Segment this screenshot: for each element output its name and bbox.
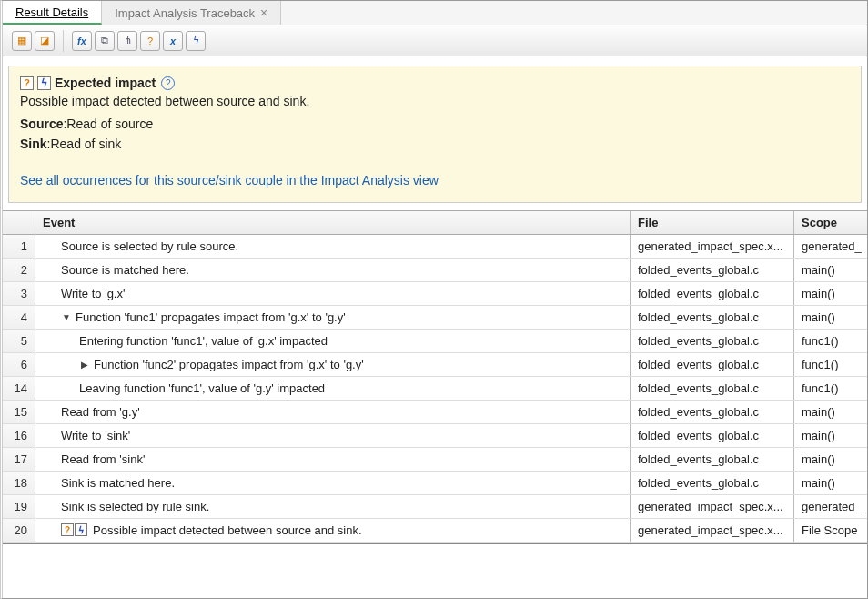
see-all-occurrences-link[interactable]: See all occurrences for this source/sink… — [20, 173, 439, 188]
row-scope: main() — [794, 282, 867, 305]
toolbar-separator — [63, 30, 64, 52]
row-number: 18 — [3, 472, 35, 494]
row-number: 4 — [3, 306, 35, 329]
table-row[interactable]: 15Read from 'g.y'folded_events_global.cm… — [3, 401, 867, 424]
row-file: folded_events_global.c — [631, 401, 794, 423]
table-row[interactable]: 6▶Function 'func2' propagates impact fro… — [3, 353, 867, 377]
help-icon[interactable]: ? — [161, 76, 175, 90]
toolbar-button-var[interactable]: x — [163, 31, 183, 51]
event-text: Leaving function 'func1', value of 'g.y'… — [79, 381, 325, 395]
impact-summary-box: ? ϟ Expected impact ? Possible impact de… — [8, 66, 862, 203]
row-event: Source is matched here. — [35, 259, 631, 281]
event-text: Sink is matched here. — [61, 476, 175, 490]
row-event: ?ϟPossible impact detected between sourc… — [35, 519, 631, 542]
impact-icons: ?ϟ — [61, 523, 87, 536]
row-number: 6 — [3, 353, 35, 376]
impact-panel-wrap: ? ϟ Expected impact ? Possible impact de… — [3, 56, 867, 210]
table-row[interactable]: 19Sink is selected by rule sink.generate… — [3, 495, 867, 519]
row-event: Sink is selected by rule sink. — [35, 495, 631, 518]
tab-result-details[interactable]: Result Details — [3, 1, 102, 25]
table-row[interactable]: 14Leaving function 'func1', value of 'g.… — [3, 377, 867, 401]
close-icon[interactable]: × — [260, 5, 267, 20]
toolbar-button-help[interactable]: ? — [140, 31, 160, 51]
bolt-icon: ϟ — [37, 76, 51, 90]
event-grid: Event File Scope 1Source is selected by … — [3, 210, 867, 544]
chevron-right-icon[interactable]: ▶ — [79, 360, 90, 370]
source-row: Source:Read of source — [20, 114, 850, 134]
row-file: folded_events_global.c — [631, 472, 794, 494]
row-event: Read from 'g.y' — [35, 401, 631, 423]
event-text: Sink is selected by rule sink. — [61, 500, 209, 513]
event-text: Source is matched here. — [61, 263, 189, 277]
row-file: folded_events_global.c — [631, 377, 794, 400]
row-event: Entering function 'func1', value of 'g.x… — [35, 330, 631, 352]
header-event[interactable]: Event — [35, 211, 631, 234]
row-file: folded_events_global.c — [631, 259, 794, 281]
table-row[interactable]: 16Write to 'sink'folded_events_global.cm… — [3, 424, 867, 448]
table-row[interactable]: 3Write to 'g.x'folded_events_global.cmai… — [3, 282, 867, 306]
header-file[interactable]: File — [631, 211, 794, 234]
row-scope: main() — [794, 424, 867, 447]
sink-label: Sink — [20, 137, 47, 151]
toolbar-button-bolt[interactable]: ϟ — [186, 31, 206, 51]
row-number: 2 — [3, 259, 35, 281]
question-icon: ? — [61, 523, 74, 536]
table-row[interactable]: 17Read from 'sink'folded_events_global.c… — [3, 448, 867, 472]
row-scope: main() — [794, 259, 867, 281]
grid-body: 1Source is selected by rule source.gener… — [3, 235, 867, 543]
row-file: folded_events_global.c — [631, 353, 794, 376]
row-file: folded_events_global.c — [631, 448, 794, 471]
row-event: Read from 'sink' — [35, 448, 631, 471]
source-value: :Read of source — [63, 117, 153, 131]
row-number: 14 — [3, 377, 35, 400]
table-row[interactable]: 20?ϟPossible impact detected between sou… — [3, 519, 867, 543]
event-text: Read from 'g.y' — [61, 405, 140, 419]
source-label: Source — [20, 117, 63, 131]
event-text: Read from 'sink' — [61, 452, 145, 466]
toolbar-button-2[interactable]: ◪ — [35, 31, 55, 51]
event-text: Source is selected by rule source. — [61, 239, 238, 253]
row-event: ▶Function 'func2' propagates impact from… — [35, 353, 631, 376]
row-event: Leaving function 'func1', value of 'g.y'… — [35, 377, 631, 400]
table-row[interactable]: 4▼Function 'func1' propagates impact fro… — [3, 306, 867, 330]
header-num[interactable] — [3, 211, 35, 234]
toolbar: ▦ ◪ fx ⧉ ⋔ ? x ϟ — [3, 25, 867, 56]
row-number: 19 — [3, 495, 35, 518]
row-file: folded_events_global.c — [631, 424, 794, 447]
event-text: Write to 'g.x' — [61, 287, 125, 300]
table-row[interactable]: 18Sink is matched here.folded_events_glo… — [3, 472, 867, 495]
row-scope: File Scope — [794, 519, 867, 542]
table-row[interactable]: 5Entering function 'func1', value of 'g.… — [3, 330, 867, 353]
row-number: 15 — [3, 401, 35, 423]
event-text: Function 'func2' propagates impact from … — [94, 358, 364, 371]
table-row[interactable]: 2Source is matched here.folded_events_gl… — [3, 259, 867, 282]
tab-label: Impact Analysis Traceback — [115, 6, 255, 20]
sink-row: Sink:Read of sink — [20, 134, 850, 154]
chevron-down-icon[interactable]: ▼ — [61, 312, 72, 322]
impact-title: Expected impact — [55, 76, 156, 90]
row-event: Source is selected by rule source. — [35, 235, 631, 258]
event-text: Function 'func1' propagates impact from … — [76, 310, 346, 324]
row-event: Write to 'sink' — [35, 424, 631, 447]
row-scope: main() — [794, 306, 867, 329]
row-number: 1 — [3, 235, 35, 258]
table-row[interactable]: 1Source is selected by rule source.gener… — [3, 235, 867, 259]
grid-header: Event File Scope — [3, 211, 867, 235]
toolbar-button-fx[interactable]: fx — [72, 31, 92, 51]
bolt-icon: ϟ — [75, 523, 87, 536]
header-scope[interactable]: Scope — [794, 211, 867, 234]
row-file: generated_impact_spec.x... — [631, 519, 794, 542]
sink-value: :Read of sink — [47, 137, 122, 151]
tab-bar: Result Details Impact Analysis Traceback… — [3, 1, 867, 25]
row-file: folded_events_global.c — [631, 282, 794, 305]
row-scope: func1() — [794, 330, 867, 352]
row-scope: func1() — [794, 377, 867, 400]
question-icon: ? — [20, 76, 34, 90]
row-scope: generated_ — [794, 235, 867, 258]
toolbar-button-copy[interactable]: ⧉ — [95, 31, 115, 51]
tab-impact-traceback[interactable]: Impact Analysis Traceback × — [102, 1, 281, 25]
toolbar-button-1[interactable]: ▦ — [12, 31, 32, 51]
toolbar-button-share[interactable]: ⋔ — [117, 31, 137, 51]
row-scope: generated_ — [794, 495, 867, 518]
row-scope: main() — [794, 401, 867, 423]
